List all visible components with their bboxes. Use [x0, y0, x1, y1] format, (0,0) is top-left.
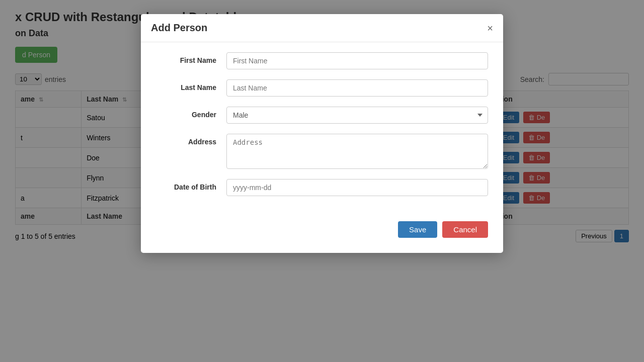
save-button[interactable]: Save [398, 221, 437, 238]
last-name-group: Last Name [156, 79, 488, 97]
gender-label: Gender [156, 107, 226, 119]
modal-footer: Save Cancel [141, 216, 503, 238]
address-label: Address [156, 134, 226, 146]
gender-group: Gender Male Female [156, 107, 488, 124]
cancel-button[interactable]: Cancel [442, 221, 488, 238]
gender-select[interactable]: Male Female [226, 107, 488, 124]
last-name-label: Last Name [156, 79, 226, 92]
last-name-input[interactable] [226, 79, 488, 97]
address-group: Address [156, 134, 488, 169]
dob-label: Date of Birth [156, 179, 226, 191]
dob-group: Date of Birth [156, 179, 488, 196]
modal-header: Add Person × [141, 14, 503, 42]
add-person-modal: Add Person × First Name Last Name Gender… [141, 14, 503, 253]
first-name-input[interactable] [226, 52, 488, 69]
modal-body: First Name Last Name Gender Male Female … [141, 42, 503, 216]
modal-title: Add Person [151, 22, 207, 34]
first-name-group: First Name [156, 52, 488, 69]
modal-close-button[interactable]: × [487, 23, 493, 33]
first-name-label: First Name [156, 52, 226, 64]
address-input[interactable] [226, 134, 488, 169]
dob-input[interactable] [226, 179, 488, 196]
